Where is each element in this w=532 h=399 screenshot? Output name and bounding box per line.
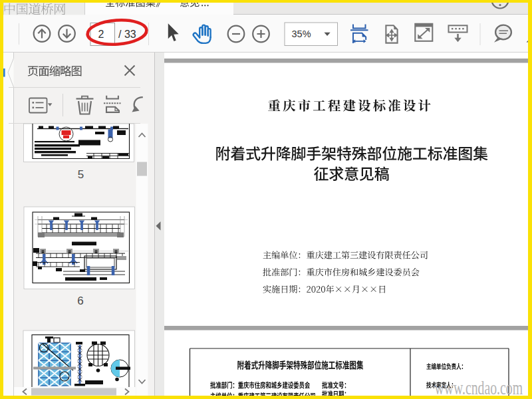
svg-text:2: 2 xyxy=(98,29,104,40)
svg-text:/ 33: / 33 xyxy=(118,29,136,40)
svg-text:5: 5 xyxy=(78,168,84,181)
svg-text:6: 6 xyxy=(77,295,83,307)
svg-text:35%: 35% xyxy=(292,29,311,39)
svg-text:www.cndao.com: www.cndao.com xyxy=(435,377,523,398)
